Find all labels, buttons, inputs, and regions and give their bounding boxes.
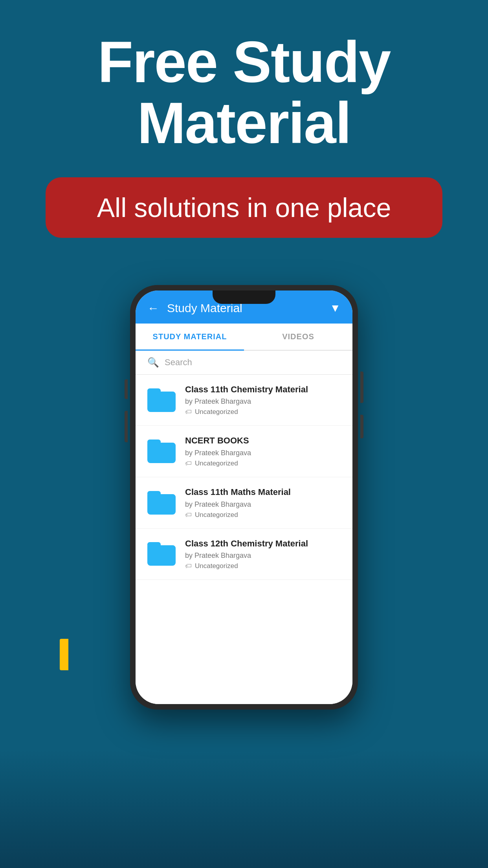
yellow-side-indicator: [60, 639, 68, 670]
hero-section: Free Study Material All solutions in one…: [0, 0, 488, 285]
tab-videos[interactable]: VIDEOS: [244, 324, 352, 350]
folder-icon: [147, 440, 176, 463]
item-tag: 🏷 Uncategorized: [185, 511, 341, 519]
phone-frame: ← Study Material ▼ STUDY MATERIAL VIDEOS…: [130, 285, 358, 710]
side-button-silent: [125, 411, 128, 442]
tabs-bar: STUDY MATERIAL VIDEOS: [136, 324, 352, 351]
tag-label: Uncategorized: [195, 562, 238, 570]
side-button-power: [360, 371, 363, 403]
list-item[interactable]: Class 12th Chemistry Material by Prateek…: [136, 529, 352, 580]
filter-icon[interactable]: ▼: [330, 302, 341, 314]
item-author: by Prateek Bhargava: [185, 449, 341, 457]
phone-wrapper: ← Study Material ▼ STUDY MATERIAL VIDEOS…: [0, 285, 488, 710]
item-title: Class 12th Chemistry Material: [185, 538, 341, 550]
item-tag: 🏷 Uncategorized: [185, 460, 341, 467]
search-placeholder: Search: [165, 357, 192, 368]
folder-icon: [147, 388, 176, 412]
item-title: Class 11th Chemistry Material: [185, 384, 341, 395]
item-tag: 🏷 Uncategorized: [185, 408, 341, 416]
tag-label: Uncategorized: [195, 460, 238, 467]
search-icon: 🔍: [147, 357, 159, 368]
back-arrow-icon[interactable]: ←: [147, 302, 159, 315]
folder-icon: [147, 491, 176, 515]
list-item[interactable]: Class 11th Chemistry Material by Prateek…: [136, 375, 352, 426]
tag-icon: 🏷: [185, 562, 192, 570]
item-title: NCERT BOOKS: [185, 435, 341, 447]
phone-notch: [213, 291, 275, 304]
item-info: Class 11th Maths Material by Prateek Bha…: [185, 487, 341, 519]
material-list: Class 11th Chemistry Material by Prateek…: [136, 375, 352, 704]
list-item[interactable]: Class 11th Maths Material by Prateek Bha…: [136, 477, 352, 529]
tag-label: Uncategorized: [195, 408, 238, 416]
item-info: Class 12th Chemistry Material by Prateek…: [185, 538, 341, 570]
list-item[interactable]: NCERT BOOKS by Prateek Bhargava 🏷 Uncate…: [136, 426, 352, 477]
tag-icon: 🏷: [185, 408, 192, 416]
item-author: by Prateek Bhargava: [185, 500, 341, 509]
side-button-volume-down: [360, 415, 363, 438]
subtitle-text: All solutions in one place: [97, 193, 391, 223]
subtitle-banner: All solutions in one place: [46, 177, 442, 238]
tag-icon: 🏷: [185, 511, 192, 519]
bottom-gradient: [0, 750, 488, 868]
item-info: Class 11th Chemistry Material by Prateek…: [185, 384, 341, 416]
item-author: by Prateek Bhargava: [185, 397, 341, 406]
item-title: Class 11th Maths Material: [185, 487, 341, 498]
hero-title: Free Study Material: [24, 31, 464, 154]
item-tag: 🏷 Uncategorized: [185, 562, 341, 570]
folder-icon: [147, 542, 176, 566]
search-bar[interactable]: 🔍 Search: [136, 351, 352, 375]
phone-screen: ← Study Material ▼ STUDY MATERIAL VIDEOS…: [136, 291, 352, 704]
item-author: by Prateek Bhargava: [185, 552, 341, 560]
side-button-volume-up: [125, 379, 128, 399]
item-info: NCERT BOOKS by Prateek Bhargava 🏷 Uncate…: [185, 435, 341, 467]
tab-study-material[interactable]: STUDY MATERIAL: [136, 324, 244, 350]
tag-icon: 🏷: [185, 460, 192, 467]
tag-label: Uncategorized: [195, 511, 238, 519]
